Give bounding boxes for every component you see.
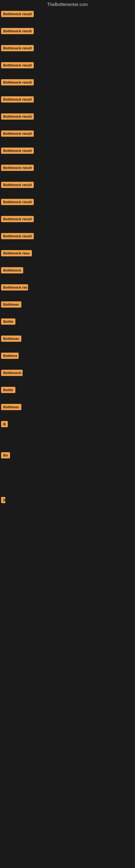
result-row: B (0, 495, 135, 505)
result-row: Bottlenec (0, 334, 135, 343)
bottleneck-result-label[interactable]: B (1, 497, 5, 503)
bottleneck-result-label[interactable]: Bottleneck result (1, 62, 34, 68)
result-row: Bottleneck resu (0, 248, 135, 258)
bottleneck-result-label[interactable]: Bottleneck result (1, 113, 34, 120)
bottleneck-result-label[interactable]: Bottleneck result (1, 216, 34, 222)
bottleneck-result-label[interactable]: Bottleneck (1, 267, 23, 273)
result-row: Bottle (0, 317, 135, 326)
result-row: Bottleneck r (0, 368, 135, 378)
result-row: Bottleneck result (0, 61, 135, 70)
row-spacer (0, 460, 135, 495)
result-row: Bottleneck result (0, 129, 135, 138)
row-spacer (0, 505, 135, 548)
result-row: Bottleneck result (0, 26, 135, 36)
row-spacer (0, 138, 135, 146)
bottleneck-result-label[interactable]: Bottlenec (1, 301, 21, 308)
row-spacer (0, 19, 135, 26)
row-spacer (0, 361, 135, 368)
row-spacer (0, 309, 135, 317)
bottleneck-result-label[interactable]: B (1, 421, 8, 427)
row-spacer (0, 121, 135, 129)
result-row: Bottlenec (0, 402, 135, 412)
result-row: Bottleneck result (0, 197, 135, 207)
bottleneck-result-label[interactable]: Bottleneck result (1, 233, 34, 239)
bottleneck-result-label[interactable]: Bottleneck result (1, 182, 34, 188)
result-row: Bottle (0, 385, 135, 395)
row-spacer (0, 395, 135, 402)
result-row: Bottleneck result (0, 95, 135, 104)
row-spacer (0, 207, 135, 214)
bottleneck-result-label[interactable]: Bottlenec (1, 404, 21, 410)
result-row: Bottleneck (0, 266, 135, 275)
row-spacer (0, 224, 135, 231)
bottleneck-result-label[interactable]: Bottlene (1, 352, 18, 359)
bottleneck-result-label[interactable]: Bottleneck result (1, 165, 34, 171)
bottleneck-result-label[interactable]: Bottleneck result (1, 11, 34, 17)
row-spacer (0, 343, 135, 351)
result-row: Bottleneck result (0, 146, 135, 155)
row-spacer (0, 87, 135, 95)
result-row: B (0, 420, 135, 429)
bottleneck-result-label[interactable]: Bottleneck result (1, 79, 34, 86)
row-spacer (0, 275, 135, 283)
row-spacer (0, 292, 135, 300)
bottleneck-result-label[interactable]: Bottle (1, 318, 15, 325)
result-row: Bottleneck result (0, 112, 135, 121)
row-spacer (0, 429, 135, 451)
result-row: Bottleneck result (0, 9, 135, 19)
result-row: Bo (0, 451, 135, 460)
result-row: Bottleneck result (0, 78, 135, 87)
bottleneck-result-label[interactable]: Bottlenec (1, 336, 21, 342)
bottleneck-result-label[interactable]: Bo (1, 452, 10, 458)
bottleneck-result-label[interactable]: Bottleneck res (1, 284, 28, 290)
result-row: Bottleneck result (0, 180, 135, 190)
bottleneck-result-label[interactable]: Bottleneck result (1, 130, 34, 137)
result-row: Bottleneck result (0, 214, 135, 224)
row-spacer (0, 70, 135, 78)
row-spacer (0, 378, 135, 385)
result-row: Bottleneck res (0, 283, 135, 292)
bottleneck-result-label[interactable]: Bottle (1, 387, 15, 393)
bottleneck-result-label[interactable]: Bottleneck result (1, 96, 34, 102)
site-title: TheBottlenecker.com (0, 0, 135, 9)
result-row: Bottlenec (0, 300, 135, 309)
bottleneck-result-label[interactable]: Bottleneck result (1, 148, 34, 154)
bottleneck-result-label[interactable]: Bottleneck resu (1, 250, 32, 256)
result-row: Bottleneck result (0, 43, 135, 53)
row-spacer (0, 155, 135, 163)
result-row: Bottleneck result (0, 231, 135, 241)
row-spacer (0, 190, 135, 197)
row-spacer (0, 412, 135, 420)
result-row: Bottleneck result (0, 163, 135, 173)
row-spacer (0, 326, 135, 334)
result-row: Bottlene (0, 351, 135, 361)
row-spacer (0, 241, 135, 248)
bottleneck-result-label[interactable]: Bottleneck result (1, 199, 34, 205)
row-spacer (0, 258, 135, 266)
row-spacer (0, 53, 135, 61)
bottleneck-result-label[interactable]: Bottleneck result (1, 45, 34, 51)
bottleneck-result-label[interactable]: Bottleneck result (1, 28, 34, 34)
row-spacer (0, 104, 135, 112)
row-spacer (0, 173, 135, 180)
bottleneck-result-label[interactable]: Bottleneck r (1, 370, 23, 376)
row-spacer (0, 36, 135, 43)
